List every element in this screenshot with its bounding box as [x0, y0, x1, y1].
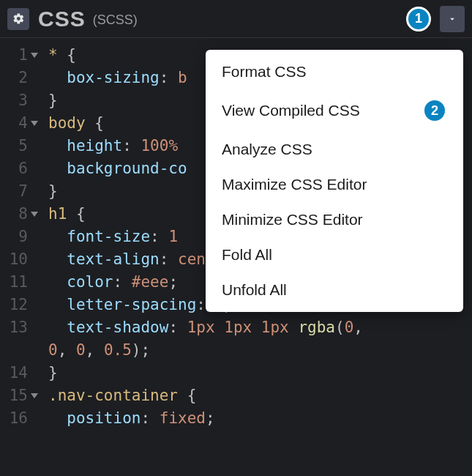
css-options-menu: Format CSSView Compiled CSS2Analyze CSSM… [206, 50, 463, 312]
panel-title: CSS [38, 7, 86, 31]
menu-item-label: Analyze CSS [222, 141, 312, 158]
menu-item[interactable]: Format CSS [206, 54, 463, 89]
annotation-badge-1: 1 [406, 7, 431, 31]
menu-item-label: Minimize CSS Editor [222, 211, 363, 228]
line-number: 3 [0, 89, 28, 112]
menu-item[interactable]: Minimize CSS Editor [206, 202, 463, 237]
fold-arrow-icon[interactable] [31, 212, 38, 217]
line-number: 14 [0, 362, 28, 384]
line-number: 9 [0, 226, 28, 248]
line-number: 6 [0, 157, 28, 180]
line-number [0, 339, 28, 362]
line-number: 15 [0, 384, 28, 407]
fold-arrow-icon[interactable] [31, 393, 38, 398]
line-number: 1 [0, 44, 28, 67]
line-number: 12 [0, 294, 28, 316]
code-line[interactable]: } [48, 362, 363, 384]
line-number: 13 [0, 316, 28, 339]
menu-item[interactable]: Unfold All [206, 272, 463, 308]
line-number: 10 [0, 248, 28, 271]
line-gutter: 12345678910111213141516 [0, 44, 32, 430]
fold-arrow-icon[interactable] [31, 121, 38, 126]
line-number: 16 [0, 407, 28, 430]
gear-icon [12, 12, 25, 25]
menu-item-label: Fold All [222, 246, 272, 264]
fold-arrow-icon[interactable] [31, 53, 38, 58]
code-line[interactable]: text-shadow: 1px 1px 1px rgba(0, [48, 316, 363, 339]
menu-item-label: Maximize CSS Editor [222, 176, 367, 193]
menu-item[interactable]: Maximize CSS Editor [206, 167, 463, 202]
line-number: 4 [0, 112, 28, 135]
menu-item-label: View Compiled CSS [222, 102, 360, 119]
menu-item[interactable]: Analyze CSS [206, 132, 463, 167]
line-number: 7 [0, 180, 28, 203]
panel-subtitle: (SCSS) [93, 12, 138, 28]
line-number: 2 [0, 67, 28, 89]
line-number: 5 [0, 135, 28, 157]
editor-header: CSS (SCSS) 1 [0, 0, 472, 38]
line-number: 11 [0, 271, 28, 294]
menu-item-label: Format CSS [222, 63, 307, 81]
code-line[interactable]: .nav-container { [48, 384, 363, 407]
menu-item[interactable]: Fold All [206, 237, 463, 272]
menu-item-label: Unfold All [222, 281, 287, 299]
menu-item[interactable]: View Compiled CSS2 [206, 89, 463, 132]
code-line[interactable]: position: fixed; [48, 407, 363, 430]
line-number: 8 [0, 203, 28, 226]
code-line[interactable]: 0, 0, 0.5); [48, 339, 363, 362]
dropdown-toggle-button[interactable] [440, 6, 465, 32]
settings-button[interactable] [7, 8, 29, 30]
chevron-down-icon [447, 14, 457, 24]
annotation-badge-2: 2 [422, 98, 447, 123]
